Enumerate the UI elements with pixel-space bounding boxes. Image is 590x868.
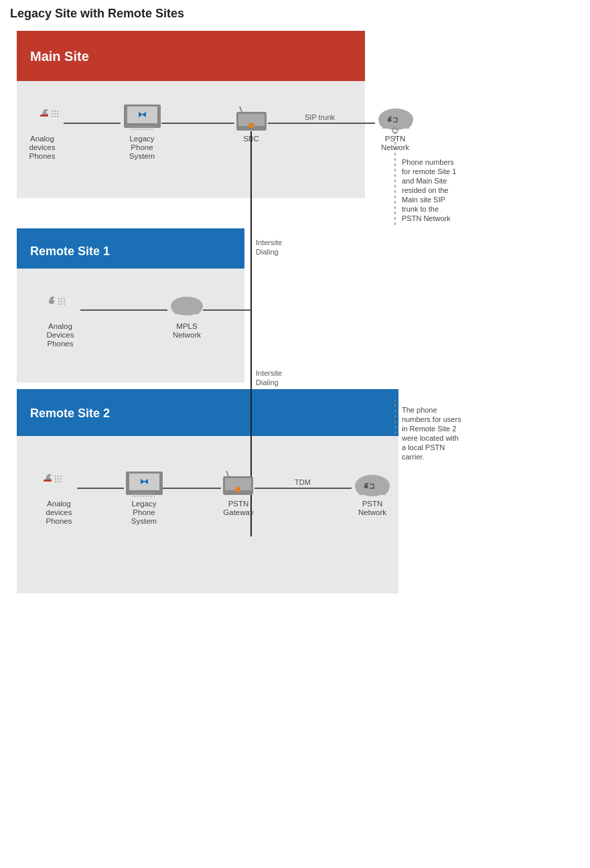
rs1-analog-label-1: Analog [48, 322, 72, 330]
svg-point-12 [130, 126, 131, 127]
svg-point-49 [64, 303, 65, 305]
rs2-analog-label-1: Analog [47, 500, 71, 508]
svg-rect-11 [127, 106, 157, 123]
svg-point-44 [58, 301, 60, 302]
main-note-line6: trunk to the [402, 205, 439, 213]
svg-point-17 [143, 126, 145, 127]
svg-rect-39 [382, 119, 409, 129]
rs2-pstn-label-2: Network [358, 508, 386, 516]
svg-point-63 [60, 481, 62, 482]
main-legacy-phone-icon [124, 104, 161, 130]
remote-site-1-title: Remote Site 1 [30, 244, 110, 258]
svg-point-14 [135, 126, 137, 127]
main-pstn-icon [378, 108, 413, 130]
svg-point-78 [137, 496, 139, 497]
svg-point-84 [153, 496, 155, 497]
svg-point-55 [55, 476, 56, 477]
diagram-layout: Main Site Analog devices Phones [10, 27, 573, 868]
svg-point-28 [149, 129, 150, 130]
svg-point-69 [137, 493, 139, 494]
svg-point-27 [146, 129, 147, 130]
svg-point-62 [58, 481, 59, 482]
svg-point-21 [130, 129, 131, 130]
svg-point-60 [60, 478, 62, 480]
rs2-note-line1: The phone [402, 406, 437, 414]
svg-point-1 [54, 111, 56, 112]
rs1-mpls-label-2: Network [173, 331, 201, 339]
svg-point-19 [149, 126, 150, 127]
rs1-mpls-label-1: MPLS [176, 322, 198, 330]
svg-point-25 [141, 129, 142, 130]
svg-point-29 [151, 129, 153, 130]
svg-point-46 [64, 301, 65, 302]
remote-site-2-title: Remote Site 2 [30, 407, 110, 420]
svg-point-61 [55, 481, 56, 482]
rs2-pstn-gateway-label-2: Gateway [223, 508, 254, 516]
svg-rect-64 [44, 480, 52, 482]
svg-point-81 [145, 496, 147, 497]
remote-site-2-body [17, 436, 398, 593]
svg-point-26 [143, 129, 145, 130]
rs2-note-line2: numbers for users [402, 415, 461, 423]
rs2-legacy-label-3: System [131, 517, 157, 525]
main-note-line4: resided on the [402, 186, 449, 194]
svg-point-89 [235, 487, 240, 492]
svg-point-72 [145, 493, 147, 494]
rs2-analog-label-2: devices [46, 508, 72, 516]
rs2-legacy-phone-icon [126, 472, 163, 497]
svg-point-42 [61, 298, 62, 299]
intersite-label-2b: Dialing [256, 378, 279, 386]
svg-point-59 [58, 478, 59, 480]
svg-rect-9 [40, 115, 48, 117]
main-legacy-label-2: Phone [131, 143, 153, 151]
svg-point-56 [58, 476, 59, 477]
svg-point-67 [132, 493, 133, 494]
svg-point-15 [138, 126, 139, 127]
rs2-tdm-label: TDM [295, 478, 311, 486]
svg-point-68 [135, 493, 136, 494]
intersite-label-1b: Dialing [256, 248, 279, 256]
svg-point-74 [151, 493, 152, 494]
svg-point-34 [248, 123, 254, 128]
rs2-note-line4: were located with [401, 434, 459, 442]
svg-point-73 [148, 493, 149, 494]
svg-point-24 [138, 129, 139, 130]
main-note-line3: and Main Site [402, 177, 447, 185]
svg-point-8 [57, 116, 58, 117]
rs2-note-line3: in Remote Site 2 [402, 425, 456, 433]
svg-point-18 [146, 126, 147, 127]
svg-point-48 [61, 303, 62, 305]
rs2-legacy-label-2: Phone [133, 508, 155, 516]
rs1-mpls-icon [171, 297, 203, 315]
svg-point-41 [58, 298, 60, 299]
main-note-line7: PSTN Network [402, 214, 451, 222]
svg-point-7 [54, 116, 56, 117]
main-site-title: Main Site [30, 49, 89, 64]
rs2-note-line6: carrier. [402, 453, 425, 461]
svg-rect-94 [359, 486, 386, 495]
intersite-label-2a: Intersite [256, 369, 282, 377]
rs2-note-line5: a local PSTN [402, 443, 445, 451]
svg-point-0 [52, 111, 53, 112]
sip-trunk-label: SIP trunk [305, 113, 336, 121]
svg-point-45 [61, 301, 62, 302]
main-analog-label-3: Phones [29, 152, 55, 160]
svg-point-82 [148, 496, 149, 497]
svg-point-75 [153, 493, 155, 494]
svg-point-76 [132, 496, 133, 497]
svg-point-13 [133, 126, 134, 127]
svg-point-58 [55, 478, 56, 480]
main-analog-label-2: devices [29, 143, 56, 151]
svg-rect-66 [129, 474, 159, 490]
rs2-pstn-label-1: PSTN [362, 500, 383, 508]
main-note-line2: for remote Site 1 [402, 167, 456, 175]
rs2-legacy-label-1: Legacy [131, 500, 156, 508]
svg-point-5 [57, 113, 58, 115]
svg-point-20 [151, 126, 153, 127]
rs1-analog-label-2: Devices [47, 331, 74, 339]
svg-point-70 [140, 493, 141, 494]
svg-point-16 [141, 126, 142, 127]
rs2-pstn-icon [355, 475, 390, 496]
svg-point-83 [151, 496, 152, 497]
main-legacy-label-1: Legacy [129, 135, 154, 143]
